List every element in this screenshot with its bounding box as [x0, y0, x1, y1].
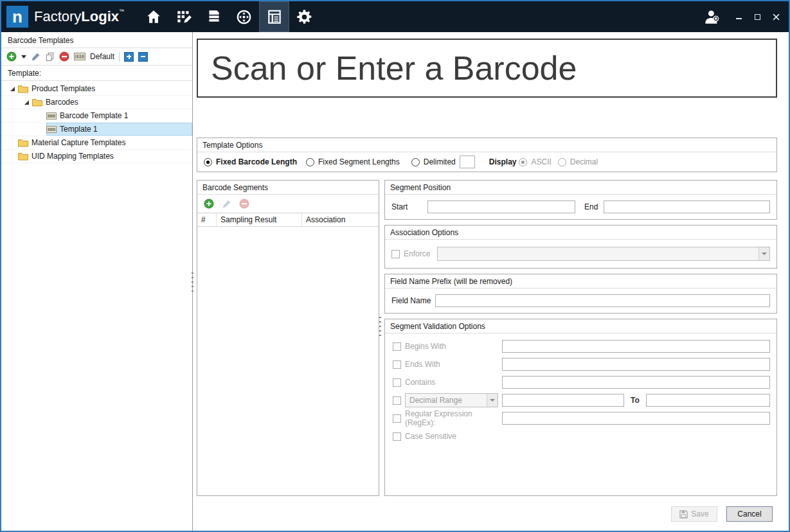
begins-with-input[interactable] [502, 340, 770, 353]
save-button: Save [671, 506, 717, 522]
enforce-checkbox [391, 250, 400, 258]
selected-tree-item[interactable]: Template 1 [46, 123, 192, 136]
association-combobox [437, 247, 770, 261]
sidebar-toolbar: Default [1, 48, 192, 66]
fixed-barcode-length-radio[interactable] [204, 158, 212, 166]
templates-icon[interactable] [259, 1, 289, 32]
template-options-group: Template Options Fixed Barcode Length Fi… [197, 137, 777, 172]
settings-icon[interactable] [289, 1, 319, 32]
column-header[interactable]: # [197, 213, 217, 226]
folder-icon [18, 85, 28, 93]
segment-validation-group: Segment Validation Options Begins With [384, 319, 777, 496]
regex-label: Regular Expression (RegEx): [405, 409, 498, 427]
tree-item-barcodes[interactable]: Barcodes [1, 96, 192, 109]
case-sensitive-checkbox [393, 432, 401, 441]
end-input[interactable] [604, 200, 770, 213]
scan-barcode-box[interactable]: Scan or Enter a Barcode [197, 39, 777, 98]
expand-arrow-icon[interactable] [21, 100, 32, 105]
group-title: Barcode Segments [197, 181, 379, 195]
user-account-icon[interactable] [703, 8, 721, 26]
start-label: Start [391, 202, 427, 211]
app-logo: n [6, 6, 28, 28]
tree-item-label: Material Capture Templates [31, 138, 126, 147]
default-label: Default [90, 52, 114, 61]
template-tree: Product Templates Barcodes Bar [1, 81, 192, 531]
main-panel: Scan or Enter a Barcode Template Options… [193, 32, 789, 531]
footer: Save Cancel [197, 499, 777, 527]
edit-icon[interactable] [31, 52, 40, 62]
materials-icon[interactable] [199, 1, 229, 32]
copy-icon[interactable] [45, 52, 55, 62]
ends-with-input[interactable] [502, 358, 770, 371]
add-segment-icon[interactable] [204, 199, 214, 209]
panel-splitter[interactable] [379, 317, 381, 336]
group-title: Template Options [197, 138, 777, 152]
regex-input[interactable] [502, 412, 770, 425]
ends-with-checkbox [393, 360, 401, 369]
sidebar-splitter[interactable] [192, 272, 193, 292]
delimiter-input[interactable] [460, 155, 475, 168]
remove-segment-icon [239, 199, 249, 209]
delimited-radio[interactable] [411, 158, 420, 166]
group-title: Association Options [385, 226, 777, 240]
add-dropdown-icon[interactable] [21, 55, 26, 58]
display-label: Display [489, 157, 517, 166]
default-template-icon[interactable] [74, 53, 85, 60]
cancel-button[interactable]: Cancel [726, 506, 773, 522]
segments-table-body[interactable] [197, 227, 379, 495]
tree-item-label: Template 1 [60, 125, 98, 134]
tree-item-label: UID Mapping Templates [31, 152, 114, 161]
to-label: To [624, 396, 646, 405]
template-label: Template: [1, 66, 192, 81]
barcode-template-icon [46, 112, 57, 120]
expand-all-icon[interactable] [124, 52, 134, 62]
tree-item-product-templates[interactable]: Product Templates [1, 82, 192, 96]
home-icon[interactable] [138, 1, 168, 32]
begins-with-checkbox [393, 342, 401, 351]
main-nav [138, 1, 319, 32]
titlebar-right [703, 8, 782, 26]
association-options-group: Association Options Enforce [384, 225, 777, 269]
dispatch-icon[interactable] [229, 1, 259, 32]
field-name-label: Field Name [391, 296, 431, 305]
range-type-combobox: Decimal Range [405, 393, 498, 407]
tree-item-template-1[interactable]: Template 1 [1, 123, 192, 136]
delimited-label: Delimited [424, 157, 456, 166]
fixed-segment-lengths-radio[interactable] [306, 158, 314, 166]
combo-arrow-icon [759, 247, 769, 260]
tree-item-uid-mapping-templates[interactable]: UID Mapping Templates [1, 150, 192, 163]
close-icon[interactable] [772, 13, 780, 21]
add-template-icon[interactable] [6, 51, 17, 62]
start-input[interactable] [427, 200, 575, 213]
folder-icon [18, 139, 28, 147]
tree-item-material-capture-templates[interactable]: Material Capture Templates [1, 136, 192, 150]
range-type-value: Decimal Range [409, 396, 462, 405]
ends-with-label: Ends With [405, 360, 440, 369]
work-instructions-icon[interactable] [168, 1, 199, 32]
fixed-barcode-length-label: Fixed Barcode Length [216, 157, 297, 166]
tree-item-label: Product Templates [31, 84, 95, 93]
group-title: Segment Validation Options [385, 319, 777, 333]
maximize-icon[interactable] [753, 13, 761, 21]
contains-input[interactable] [502, 376, 770, 389]
field-name-prefix-group: Field Name Prefix (will be removed) Fiel… [384, 274, 777, 314]
sidebar: Barcode Templates Default [1, 32, 193, 531]
range-to-input[interactable] [646, 394, 770, 407]
collapse-all-icon[interactable] [138, 52, 148, 62]
save-icon [679, 510, 688, 519]
folder-icon [32, 98, 42, 107]
end-label: End [584, 202, 598, 211]
segments-toolbar [197, 195, 379, 213]
minimize-icon[interactable] [735, 13, 742, 21]
contains-checkbox [393, 378, 401, 387]
tree-item-label: Barcodes [46, 98, 78, 107]
column-header[interactable]: Association [302, 213, 379, 226]
group-title: Field Name Prefix (will be removed) [385, 274, 777, 288]
range-from-input[interactable] [502, 394, 624, 407]
expand-arrow-icon[interactable] [6, 87, 18, 91]
tree-item-barcode-template-1[interactable]: Barcode Template 1 [1, 109, 192, 123]
group-title: Segment Position [385, 181, 777, 195]
column-header[interactable]: Sampling Result [217, 213, 302, 226]
remove-icon[interactable] [59, 51, 69, 62]
field-name-input[interactable] [435, 294, 770, 307]
